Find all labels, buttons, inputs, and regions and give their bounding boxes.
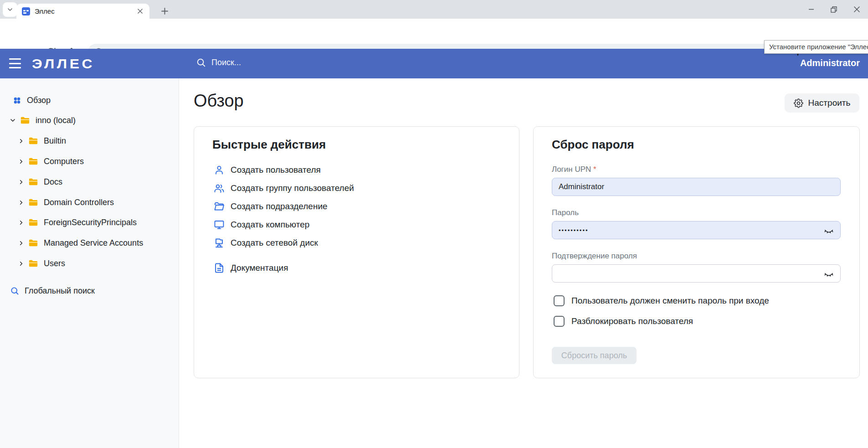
- password-input[interactable]: ••••••••••: [552, 221, 841, 239]
- quick-action-label: Создать пользователя: [231, 165, 321, 175]
- users-icon: [214, 183, 225, 194]
- document-icon: [214, 263, 225, 273]
- configure-button-label: Настроить: [808, 98, 851, 108]
- quick-action-create-computer[interactable]: Создать компьютер: [214, 216, 309, 234]
- checkbox-row-unlock-user[interactable]: Разблокировать пользователя: [554, 315, 693, 328]
- hamburger-menu-icon[interactable]: [9, 58, 21, 68]
- user-icon: [214, 165, 225, 175]
- quick-action-documentation[interactable]: Документация: [214, 259, 288, 277]
- folder-icon: [28, 197, 38, 207]
- overview-dashboard-icon: [13, 96, 21, 105]
- sidebar-item-domain-controllers[interactable]: Domain Controllers: [17, 192, 114, 212]
- sidebar-item-label: Глобальный поиск: [25, 286, 95, 296]
- reset-password-button[interactable]: Сбросить пароль: [552, 347, 637, 364]
- quick-action-label: Создать группу пользователей: [231, 183, 354, 193]
- sidebar: Обзор inno (local) Builtin Computers Doc…: [0, 78, 179, 448]
- quick-action-label: Создать сетевой диск: [231, 238, 318, 248]
- quick-actions-title: Быстрые действия: [212, 138, 326, 152]
- chevron-right-icon[interactable]: [17, 260, 25, 267]
- tab-title: Эллес: [35, 7, 136, 15]
- configure-button[interactable]: Настроить: [785, 93, 859, 113]
- sidebar-item-managed-service-accounts[interactable]: Managed Service Accounts: [17, 233, 143, 253]
- tab-strip: Эллес: [0, 0, 868, 19]
- sidebar-item-label: Users: [44, 259, 65, 268]
- network-drive-icon: [214, 237, 225, 248]
- folder-icon: [28, 156, 38, 166]
- required-asterisk: *: [593, 165, 596, 174]
- gear-icon: [794, 98, 803, 108]
- eye-closed-icon[interactable]: [824, 226, 834, 236]
- checkbox-row-change-password[interactable]: Пользователь должен сменить пароль при в…: [554, 294, 769, 307]
- folder-icon: [28, 136, 38, 146]
- tab-search-button[interactable]: [3, 2, 17, 17]
- main-content: Обзор Настроить Быстрые действия Создать…: [180, 78, 868, 448]
- app-logo: ЭЛЛЕС: [32, 57, 95, 72]
- quick-action-label: Документация: [231, 263, 288, 273]
- sidebar-item-docs[interactable]: Docs: [17, 172, 62, 192]
- password-label: Пароль: [552, 208, 579, 217]
- tab-close-icon[interactable]: [136, 7, 144, 15]
- chevron-right-icon[interactable]: [17, 219, 25, 226]
- checkbox-label: Разблокировать пользователя: [571, 316, 693, 326]
- quick-action-label: Создать компьютер: [231, 220, 309, 230]
- upn-input[interactable]: Administrator: [552, 178, 841, 196]
- search-icon: [10, 286, 19, 295]
- window-controls: [800, 0, 868, 19]
- folder-icon: [214, 201, 225, 212]
- chevron-right-icon[interactable]: [17, 158, 25, 165]
- sidebar-item-label: Обзор: [27, 96, 51, 105]
- upn-label: Логин UPN *: [552, 165, 596, 174]
- chevron-right-icon[interactable]: [17, 137, 25, 144]
- sidebar-item-label: inno (local): [36, 116, 76, 125]
- new-tab-button[interactable]: [158, 4, 171, 18]
- change-password-checkbox[interactable]: [554, 295, 565, 306]
- folder-icon: [20, 115, 30, 125]
- sidebar-item-users[interactable]: Users: [17, 253, 65, 273]
- folder-icon: [28, 238, 38, 248]
- browser-tab[interactable]: Эллес: [16, 4, 149, 19]
- close-window-button[interactable]: [845, 0, 868, 19]
- current-user-label[interactable]: Administrator: [800, 58, 860, 68]
- sidebar-item-computers[interactable]: Computers: [17, 151, 84, 171]
- page-title: Обзор: [194, 91, 244, 111]
- password-reset-title: Сброс пароля: [552, 138, 634, 152]
- browser-toolbar: http://localhost:5173: [0, 19, 868, 49]
- app-header: ЭЛЛЕС Поиск... Administrator: [0, 49, 868, 78]
- sidebar-item-domain-root[interactable]: inno (local): [9, 110, 76, 130]
- quick-action-create-ou[interactable]: Создать подразделение: [214, 197, 328, 216]
- sidebar-item-label: Computers: [44, 157, 84, 166]
- confirm-password-input[interactable]: [552, 264, 841, 283]
- sidebar-item-label: Builtin: [44, 136, 66, 146]
- restore-button[interactable]: [822, 0, 845, 19]
- quick-actions-card: Быстрые действия Создать пользователя Со…: [194, 126, 519, 378]
- minimize-button[interactable]: [800, 0, 822, 19]
- sidebar-item-global-search[interactable]: Глобальный поиск: [10, 281, 95, 301]
- chevron-down-icon[interactable]: [9, 117, 16, 124]
- chevron-right-icon[interactable]: [17, 178, 25, 185]
- sidebar-item-overview[interactable]: Обзор: [13, 90, 51, 110]
- app-favicon: [22, 7, 30, 15]
- header-search-input[interactable]: Поиск...: [196, 57, 241, 67]
- confirm-password-label: Подтверждение пароля: [552, 252, 637, 261]
- sidebar-item-label: Managed Service Accounts: [44, 238, 143, 248]
- eye-closed-icon[interactable]: [824, 269, 834, 279]
- quick-action-create-group[interactable]: Создать группу пользователей: [214, 179, 354, 197]
- install-tooltip: Установите приложение "Эллес": [764, 40, 868, 54]
- quick-action-create-network-drive[interactable]: Создать сетевой диск: [214, 234, 318, 252]
- search-placeholder: Поиск...: [211, 58, 241, 67]
- chevron-down-icon: [6, 6, 14, 13]
- unlock-user-checkbox[interactable]: [554, 316, 565, 327]
- sidebar-item-builtin[interactable]: Builtin: [17, 131, 66, 151]
- password-reset-card: Сброс пароля Логин UPN * Administrator П…: [533, 126, 860, 378]
- checkbox-label: Пользователь должен сменить пароль при в…: [571, 296, 769, 306]
- sidebar-item-label: Docs: [44, 177, 62, 187]
- sidebar-item-label: Domain Controllers: [44, 198, 114, 207]
- chevron-right-icon[interactable]: [17, 239, 25, 247]
- chevron-right-icon[interactable]: [17, 199, 25, 206]
- folder-icon: [28, 258, 38, 268]
- search-icon: [196, 57, 206, 67]
- sidebar-item-foreign-security-principals[interactable]: ForeignSecurityPrincipals: [17, 212, 137, 232]
- sidebar-item-label: ForeignSecurityPrincipals: [44, 218, 137, 227]
- quick-action-create-user[interactable]: Создать пользователя: [214, 161, 321, 179]
- folder-icon: [28, 217, 38, 227]
